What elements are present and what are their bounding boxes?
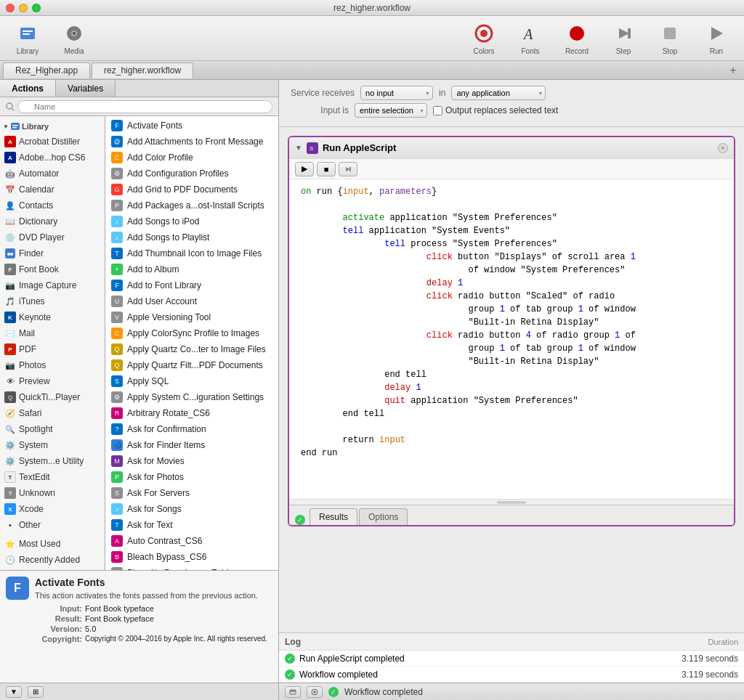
step-toolbar-item[interactable]: Step — [607, 22, 639, 55]
tree-item-itunes[interactable]: 🎵 iTunes — [0, 293, 105, 309]
results-tab[interactable]: Results — [310, 508, 357, 525]
record-toolbar-item[interactable]: Record — [561, 22, 593, 55]
input-is-select[interactable]: entire selection — [355, 103, 427, 118]
action-auto-contrast[interactable]: A Auto Contrast_CS6 — [105, 533, 278, 549]
tree-item-unknown[interactable]: ? Unknown — [0, 485, 105, 501]
tree-item-xcode[interactable]: X Xcode — [0, 501, 105, 517]
svg-point-21 — [10, 253, 13, 256]
info-title: Activate Fonts — [35, 577, 272, 588]
code-line-9: click radio button "Scaled" of radio — [301, 290, 722, 303]
action-ask-movies[interactable]: M Ask for Movies — [105, 453, 278, 469]
output-replaces-label[interactable]: Output replaces selected text — [433, 105, 558, 115]
tree-item-spotlight[interactable]: 🔍 Spotlight — [0, 421, 105, 437]
step-label: Step — [616, 47, 631, 55]
left-tab[interactable]: Rez_Higher.app — [3, 62, 90, 78]
log-row-1: ✓ Run AppleScript completed 3.119 second… — [279, 651, 744, 667]
tree-item-keynote[interactable]: K Keynote — [0, 309, 105, 325]
tree-item-mostused[interactable]: ⭐ Most Used — [0, 536, 105, 552]
tree-item-textedit[interactable]: T TextEdit — [0, 469, 105, 485]
script-record-button[interactable] — [339, 162, 357, 176]
action-activate-fonts[interactable]: F Activate Fonts — [105, 118, 278, 134]
media-icon — [62, 22, 86, 45]
action-apply-colorsync[interactable]: C Apply ColorSync Profile to Images — [105, 325, 278, 341]
action-apply-system-config[interactable]: ⚙ Apply System C...iguration Settings — [105, 389, 278, 405]
tree-item-imagecap[interactable]: 📷 Image Capture — [0, 277, 105, 293]
action-add-thumbnail[interactable]: T Add Thumbnail Icon to Image Files — [105, 245, 278, 261]
colors-toolbar-item[interactable]: Colors — [468, 22, 500, 55]
tree-item-recentlyadded[interactable]: 🕒 Recently Added — [0, 552, 105, 568]
action-apply-quartz-co[interactable]: Q Apply Quartz Co...ter to Image Files — [105, 341, 278, 357]
action-add-user[interactable]: U Add User Account — [105, 293, 278, 309]
tree-item-finder[interactable]: Finder — [0, 245, 105, 261]
code-editor[interactable]: on run {input, parameters} activate appl… — [289, 179, 734, 499]
code-line-17: quit application "System Preferences" — [301, 394, 722, 407]
minimize-button[interactable] — [19, 4, 28, 12]
script-stop-button[interactable]: ■ — [317, 162, 336, 176]
tree-item-systemutil[interactable]: ⚙️ System...e Utility — [0, 453, 105, 469]
options-tab[interactable]: Options — [359, 508, 408, 525]
tree-item-contacts[interactable]: 👤 Contacts — [0, 198, 105, 213]
action-add-songs-ipod[interactable]: ♪ Add Songs to iPod — [105, 213, 278, 229]
close-button[interactable] — [6, 4, 15, 12]
action-add-color-profile[interactable]: C Add Color Profile — [105, 150, 278, 166]
tree-item-quicktime[interactable]: Q QuickTi...Player — [0, 389, 105, 405]
action-ask-photos[interactable]: P Ask for Photos — [105, 469, 278, 485]
action-ask-servers[interactable]: S Ask For Servers — [105, 485, 278, 501]
tree-item-dvd[interactable]: 💿 DVD Player — [0, 229, 105, 245]
action-arbitrary-rotate[interactable]: R Arbitrary Rotate_CS6 — [105, 405, 278, 421]
action-bless-netboot-folder[interactable]: N Bless NetBoot Image Folder — [105, 565, 278, 570]
tree-item-acrobat[interactable]: A Acrobat Distiller — [0, 134, 105, 150]
tree-item-mail[interactable]: ✉️ Mail — [0, 325, 105, 341]
tree-item-fontbook[interactable]: F Font Book — [0, 261, 105, 277]
left-bottom-btn-1[interactable]: ▼ — [6, 686, 22, 698]
action-add-packages[interactable]: P Add Packages a...ost-Install Scripts — [105, 198, 278, 213]
tree-item-pdf[interactable]: P PDF — [0, 341, 105, 357]
tree-item-safari[interactable]: 🧭 Safari — [0, 405, 105, 421]
action-add-attachments[interactable]: @ Add Attachments to Front Message — [105, 134, 278, 150]
action-add-grid[interactable]: G Add Grid to PDF Documents — [105, 182, 278, 198]
tree-item-photos[interactable]: 📷 Photos — [0, 357, 105, 373]
search-input[interactable] — [17, 100, 272, 113]
add-tab-button[interactable]: + — [725, 62, 741, 78]
status-bar-btn-2[interactable] — [307, 686, 323, 698]
fonts-toolbar-item[interactable]: A Fonts — [514, 22, 546, 55]
tree-item-system[interactable]: ⚙️ System — [0, 437, 105, 453]
action-add-songs-playlist[interactable]: ♪ Add Songs to Playlist — [105, 229, 278, 245]
action-ask-songs[interactable]: ♪ Ask for Songs — [105, 501, 278, 517]
action-add-album[interactable]: + Add to Album — [105, 261, 278, 277]
output-replaces-checkbox[interactable] — [433, 106, 442, 115]
action-ask-finder[interactable]: 🔵 Ask for Finder Items — [105, 437, 278, 453]
script-close-button[interactable]: × — [718, 143, 728, 153]
action-add-config[interactable]: ⚙ Add Configuration Profiles — [105, 166, 278, 182]
left-bottom-btn-2[interactable]: ⊞ — [28, 686, 44, 698]
tree-item-automator[interactable]: 🤖 Automator — [0, 166, 105, 182]
action-apply-sql[interactable]: S Apply SQL — [105, 373, 278, 389]
in-select[interactable]: any application — [451, 86, 546, 100]
action-bleach-bypass[interactable]: B Bleach Bypass_CS6 — [105, 549, 278, 565]
actions-tab[interactable]: Actions — [0, 80, 56, 97]
action-ask-confirm[interactable]: ? Ask for Confirmation — [105, 421, 278, 437]
media-toolbar-item[interactable]: Media — [58, 22, 90, 55]
library-toolbar-item[interactable]: Library — [12, 22, 44, 55]
tree-item-other[interactable]: • Other — [0, 517, 105, 533]
tree-item-preview[interactable]: 👁 Preview — [0, 373, 105, 389]
tree-item-calendar[interactable]: 📅 Calendar — [0, 182, 105, 198]
action-apply-quartz-filt[interactable]: Q Apply Quartz Filt...PDF Documents — [105, 357, 278, 373]
variables-tab[interactable]: Variables — [56, 80, 116, 97]
run-toolbar-item[interactable]: Run — [700, 22, 732, 55]
status-bar-btn-1[interactable] — [285, 686, 301, 698]
tree-item-dictionary[interactable]: 📖 Dictionary — [0, 213, 105, 229]
script-collapse-icon[interactable]: ▼ — [295, 144, 302, 152]
receives-select[interactable]: no input — [360, 86, 433, 100]
tree-item-adobe[interactable]: A Adobe...hop CS6 — [0, 150, 105, 166]
traffic-lights[interactable] — [6, 4, 41, 12]
stop-toolbar-item[interactable]: Stop — [654, 22, 686, 55]
stop-label: Stop — [663, 47, 678, 55]
action-apple-versioning[interactable]: V Apple Versioning Tool — [105, 309, 278, 325]
right-tab[interactable]: rez_higher.workflow — [92, 62, 193, 78]
action-add-font-library[interactable]: F Add to Font Library — [105, 277, 278, 293]
action-ask-text[interactable]: T Ask for Text — [105, 517, 278, 533]
status-bar-status-icon: ✓ — [328, 687, 339, 697]
script-run-button[interactable]: ▶ — [295, 162, 314, 176]
maximize-button[interactable] — [32, 4, 41, 12]
